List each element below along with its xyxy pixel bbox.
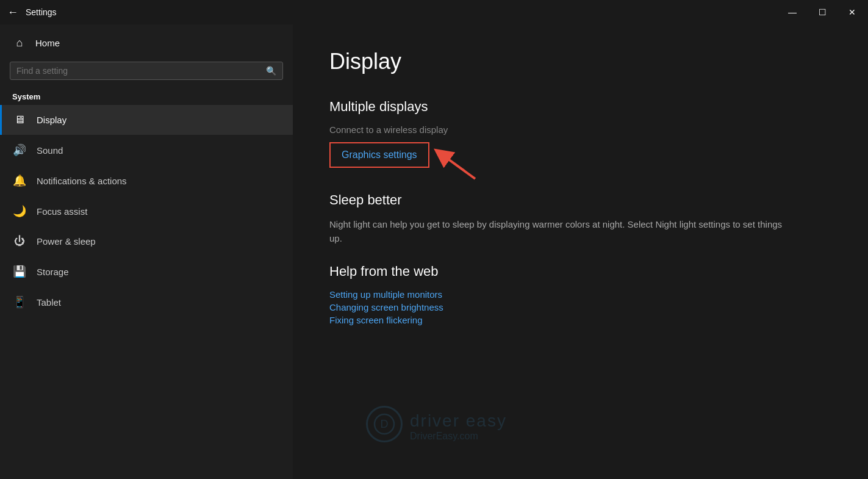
help-link-monitors[interactable]: Setting up multiple monitors: [329, 289, 831, 300]
sidebar-power-label: Power & sleep: [37, 236, 96, 247]
sidebar: ⌂ Home 🔍 System 🖥 Display 🔊 Sound 🔔 Noti…: [0, 24, 293, 479]
titlebar: ← Settings — ☐ ✕: [0, 0, 868, 24]
sidebar-item-power-sleep[interactable]: ⏻ Power & sleep: [0, 226, 293, 256]
power-sleep-icon: ⏻: [12, 235, 27, 248]
sidebar-item-focus-assist[interactable]: 🌙 Focus assist: [0, 196, 293, 226]
watermark-url: DriverEasy.com: [410, 431, 507, 442]
page-title: Display: [329, 49, 831, 74]
connect-wireless-text: Connect to a wireless display: [329, 124, 831, 135]
sidebar-notifications-label: Notifications & actions: [37, 176, 127, 186]
sound-icon: 🔊: [12, 143, 27, 157]
help-links-section: Help from the web Setting up multiple mo…: [329, 264, 831, 325]
tablet-icon: 📱: [12, 295, 27, 309]
multiple-displays-title: Multiple displays: [329, 99, 831, 115]
display-icon: 🖥: [12, 113, 27, 126]
titlebar-title: Settings: [26, 7, 783, 17]
sidebar-section-label: System: [0, 87, 293, 105]
close-button[interactable]: ✕: [844, 5, 861, 20]
graphics-settings-link[interactable]: Graphics settings: [342, 149, 417, 160]
titlebar-controls: — ☐ ✕: [783, 5, 861, 20]
sidebar-display-label: Display: [37, 115, 66, 125]
svg-line-1: [442, 154, 475, 179]
sidebar-home-label: Home: [35, 38, 60, 48]
sidebar-storage-label: Storage: [37, 267, 69, 277]
help-link-flickering[interactable]: Fixing screen flickering: [329, 315, 831, 325]
sidebar-sound-label: Sound: [37, 145, 63, 156]
back-button[interactable]: ←: [7, 6, 18, 19]
maximize-button[interactable]: ☐: [814, 5, 831, 20]
sidebar-tablet-label: Tablet: [37, 297, 61, 308]
minimize-button[interactable]: —: [783, 5, 802, 20]
watermark: D driver easy DriverEasy.com: [366, 411, 507, 442]
annotation-arrow: [423, 136, 484, 185]
sidebar-item-display[interactable]: 🖥 Display: [0, 105, 293, 135]
sidebar-item-home[interactable]: ⌂ Home: [0, 29, 293, 57]
watermark-brand-text: driver easy: [410, 411, 507, 431]
graphics-settings-box: Graphics settings: [329, 142, 429, 168]
content-area: Display Multiple displays Connect to a w…: [293, 24, 868, 479]
help-link-brightness[interactable]: Changing screen brightness: [329, 302, 831, 312]
sidebar-item-storage[interactable]: 💾 Storage: [0, 256, 293, 287]
sidebar-focus-label: Focus assist: [37, 206, 87, 217]
help-from-web-title: Help from the web: [329, 264, 831, 279]
sidebar-item-tablet[interactable]: 📱 Tablet: [0, 287, 293, 317]
sidebar-item-sound[interactable]: 🔊 Sound: [0, 135, 293, 165]
sleep-better-body: Night light can help you get to sleep by…: [329, 218, 793, 245]
search-box: 🔍: [10, 62, 283, 80]
search-input[interactable]: [16, 66, 261, 76]
svg-point-2: [375, 414, 394, 434]
search-icon: 🔍: [266, 66, 276, 76]
app-body: ⌂ Home 🔍 System 🖥 Display 🔊 Sound 🔔 Noti…: [0, 24, 868, 479]
sidebar-item-notifications[interactable]: 🔔 Notifications & actions: [0, 165, 293, 196]
sleep-better-title: Sleep better: [329, 192, 831, 208]
home-icon: ⌂: [12, 37, 27, 49]
focus-assist-icon: 🌙: [12, 204, 27, 218]
graphics-settings-container: Graphics settings: [329, 142, 429, 168]
storage-icon: 💾: [12, 265, 27, 278]
watermark-logo: D: [366, 406, 403, 442]
notifications-icon: 🔔: [12, 174, 27, 187]
svg-text:D: D: [381, 418, 389, 430]
